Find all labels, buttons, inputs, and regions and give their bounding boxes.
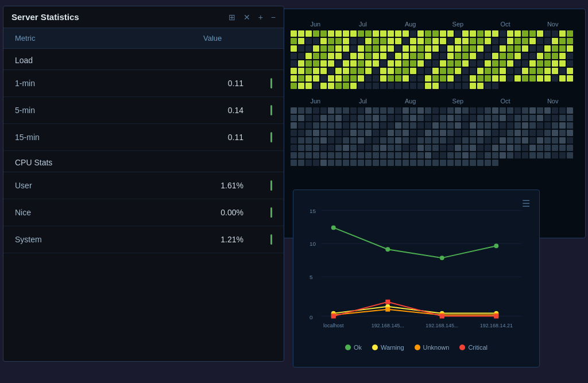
close-icon[interactable]: ✕: [243, 13, 250, 22]
heatmap-cell: [350, 160, 357, 166]
heatmap-cell: [529, 53, 536, 59]
heatmap-cell: [350, 152, 357, 158]
heatmap-cell: [328, 160, 334, 166]
heatmap-cell: [343, 75, 349, 82]
heatmap-cell: [388, 160, 394, 166]
heatmap-cell: [328, 45, 334, 52]
heatmap-cell: [529, 145, 536, 151]
heatmap-cell: [395, 137, 401, 144]
heatmap-cell: [365, 60, 372, 67]
heatmap-cell: [552, 75, 558, 82]
heatmap-cell: [440, 107, 446, 114]
heatmap-cell: [335, 45, 342, 52]
heatmap-cell: [328, 145, 334, 151]
metric-5min-value: 0.14: [203, 106, 243, 115]
heatmap-cell: [320, 30, 327, 37]
heatmap-cell: [298, 30, 304, 37]
min-icon[interactable]: −: [271, 13, 276, 22]
heatmap-cell: [544, 45, 551, 52]
heatmap-cell: [492, 38, 498, 44]
heatmap-cell: [500, 107, 506, 114]
heatmap-cell: [522, 115, 528, 121]
heatmap-cell: [373, 145, 379, 151]
heatmap-cell: [537, 145, 543, 151]
heatmap-cell: [417, 107, 424, 114]
heatmap-cell: [358, 53, 364, 59]
heatmap-cell: [410, 107, 416, 114]
heatmap-cell: [343, 115, 349, 121]
heatmap-cell: [425, 68, 431, 74]
heatmap-cell: [365, 122, 372, 129]
heatmap-cell: [291, 145, 297, 151]
heatmap-cell: [462, 115, 469, 121]
unknown-label: Unknown: [423, 344, 450, 351]
heatmap-cell: [380, 122, 386, 129]
heatmap-cell: [537, 38, 543, 44]
heatmap-cell: [529, 75, 536, 82]
heatmap-cell: [432, 38, 439, 44]
heatmap-cell: [328, 107, 334, 114]
heatmap-cell: [350, 38, 357, 44]
heatmap-cell: [410, 137, 416, 144]
month-jun-top: Jun: [292, 21, 339, 28]
heatmap-cell: [470, 137, 476, 144]
heatmap-cell: [432, 107, 439, 114]
heatmap-cell: [559, 75, 566, 82]
pin-icon[interactable]: ⊞: [229, 13, 235, 22]
heatmap-cell: [417, 38, 424, 44]
heatmap-cell: [410, 53, 416, 59]
heatmap-cell: [432, 53, 439, 59]
heatmap-cell: [410, 160, 416, 166]
heatmap-cell: [544, 53, 551, 59]
add-icon[interactable]: +: [258, 13, 263, 22]
heatmap-cell: [328, 75, 334, 82]
heatmap-cell: [298, 145, 304, 151]
heatmap-cell: [567, 115, 573, 121]
heatmap-cell: [559, 122, 566, 129]
heatmap-cell: [455, 83, 461, 89]
metric-user-value: 1.61%: [203, 181, 243, 190]
heatmap-cell: [455, 137, 461, 144]
heatmap-cell: [455, 145, 461, 151]
heatmap-cell: [462, 83, 469, 89]
heatmap-cell: [537, 122, 543, 129]
heatmap-cell: [529, 60, 536, 67]
heatmap-cell: [514, 152, 521, 158]
heatmap-cell: [544, 75, 551, 82]
heatmap-cell: [507, 53, 513, 59]
heatmap-cell: [395, 53, 401, 59]
heatmap-cell: [403, 107, 409, 114]
heatmap-cell: [373, 60, 379, 67]
heatmap-cell: [313, 160, 319, 166]
heatmap-cell: [447, 160, 454, 166]
heatmap-cell: [343, 53, 349, 59]
heatmap-cell: [358, 75, 364, 82]
heatmap-cell: [522, 30, 528, 37]
heatmap-cell: [305, 53, 312, 59]
legend-critical: Critical: [459, 344, 488, 351]
heatmap-cell: [403, 83, 409, 89]
heatmap-cell: [291, 38, 297, 44]
heatmap-cell: [492, 145, 498, 151]
heatmap-cell: [335, 30, 342, 37]
metric-system-value: 1.21%: [203, 235, 243, 244]
heatmap-cell: [477, 137, 483, 144]
heatmap-cell: [544, 122, 551, 129]
heatmap-cell: [403, 115, 409, 121]
heatmap-cell: [291, 53, 297, 59]
heatmap-cell: [365, 83, 372, 89]
heatmap-cell: [313, 45, 319, 52]
heatmap-cell: [470, 122, 476, 129]
heatmap-cell: [492, 115, 498, 121]
heatmap-cell: [335, 83, 342, 89]
heatmap-cell: [365, 45, 372, 52]
heatmap-gray-grid: [291, 107, 577, 166]
heatmap-cell: [328, 68, 334, 74]
heatmap-cell: [559, 30, 566, 37]
heatmap-cell: [373, 122, 379, 129]
heatmap-cell: [395, 38, 401, 44]
heatmap-cell: [291, 68, 297, 74]
metric-system-label: System: [15, 235, 203, 244]
heatmap-cell: [470, 53, 476, 59]
month-aug-bot: Aug: [386, 98, 434, 105]
